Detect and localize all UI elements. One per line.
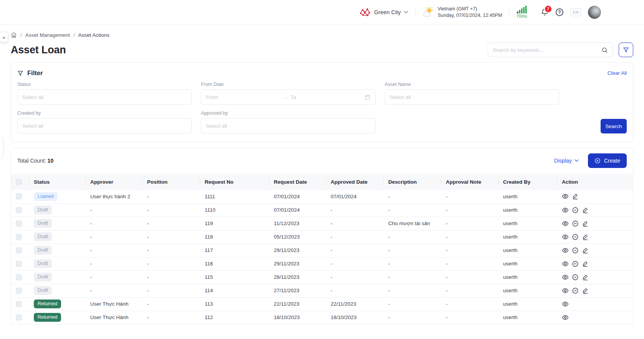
approved-by-select[interactable] — [201, 118, 375, 133]
status-badge: Draft — [34, 286, 52, 295]
remove-action-icon[interactable] — [572, 207, 579, 214]
remove-action-icon[interactable] — [572, 274, 579, 281]
edit-action-icon[interactable] — [582, 247, 589, 254]
view-action-icon[interactable] — [562, 247, 569, 254]
row-checkbox[interactable] — [16, 247, 22, 253]
column-header-created-by: Created By — [498, 174, 557, 190]
row-checkbox[interactable] — [16, 274, 22, 280]
view-action-icon[interactable] — [562, 193, 569, 200]
row-checkbox[interactable] — [16, 221, 22, 227]
cell-request-no: 119 — [200, 217, 269, 230]
asset-name-select-input[interactable] — [390, 94, 554, 100]
plus-circle-icon — [594, 158, 601, 164]
remove-action-icon[interactable] — [572, 287, 579, 294]
cell-created-by: userth — [498, 270, 557, 284]
cell-approval-note: - — [441, 230, 498, 244]
view-action-icon[interactable] — [562, 274, 569, 281]
cell-created-by: userth — [498, 244, 557, 257]
status-select[interactable] — [17, 89, 192, 105]
cell-approved-date: 22/11/2023 — [326, 297, 384, 311]
keyword-search-box — [488, 43, 613, 57]
cell-status: Returned — [29, 297, 86, 311]
column-header-approved-date: Approved Date — [326, 174, 384, 190]
language-badge[interactable]: EN — [571, 8, 581, 16]
help-button[interactable]: ? — [556, 8, 563, 16]
date-range-picker[interactable]: → — [201, 89, 375, 105]
row-checkbox[interactable] — [16, 234, 22, 240]
breadcrumb-item-asset-management[interactable]: Asset Management — [25, 32, 70, 38]
display-label: Display — [554, 158, 572, 164]
cell-request-date: 18/10/2023 — [269, 311, 326, 324]
cell-checkbox — [11, 217, 29, 230]
cell-approved-date: - — [326, 284, 384, 297]
edit-action-icon[interactable] — [582, 220, 589, 227]
cell-status: Loaned — [29, 190, 86, 203]
cell-approver: - — [86, 203, 142, 217]
status-select-input[interactable] — [22, 94, 187, 100]
created-by-select[interactable] — [17, 118, 192, 133]
view-action-icon[interactable] — [562, 207, 569, 214]
search-button[interactable]: Search — [601, 119, 627, 133]
row-checkbox[interactable] — [16, 288, 22, 294]
select-all-checkbox[interactable] — [16, 179, 22, 185]
row-checkbox[interactable] — [16, 261, 22, 267]
cell-position: - — [142, 284, 200, 297]
cell-position: - — [142, 217, 200, 230]
table-row: Draft - - 114 27/11/2023 - - - userth — [11, 284, 633, 297]
filter-panel: Filter Clear All Status From Date → — [11, 62, 633, 142]
row-checkbox[interactable] — [16, 314, 22, 321]
filter-toggle-button[interactable] — [619, 43, 633, 57]
view-action-icon[interactable] — [562, 260, 569, 267]
row-checkbox[interactable] — [16, 207, 22, 213]
remove-action-icon[interactable] — [572, 247, 579, 254]
sidebar-handle[interactable] — [0, 138, 3, 157]
display-dropdown[interactable]: Display — [554, 158, 579, 164]
search-icon[interactable] — [601, 47, 608, 53]
view-action-icon[interactable] — [562, 220, 569, 227]
edit-action-icon[interactable] — [572, 193, 579, 200]
cell-position: - — [142, 257, 200, 270]
column-header-approver: Approver — [86, 174, 142, 190]
from-date-input[interactable] — [206, 94, 280, 100]
row-checkbox[interactable] — [16, 193, 22, 199]
create-button[interactable]: Create — [588, 153, 627, 168]
table-row: Draft - - 117 29/11/2023 - - - userth — [11, 244, 633, 257]
cell-request-date: 05/12/2023 — [269, 230, 326, 244]
org-selector[interactable]: Green City — [359, 8, 408, 17]
results-section: Total Count: 10 Display Create — [11, 148, 633, 324]
table-row: Draft - - 1110 07/01/2024 - - - userth — [11, 203, 633, 217]
status-badge: Draft — [34, 206, 52, 214]
cell-actions — [557, 297, 633, 311]
cell-description: - — [384, 230, 441, 244]
keyword-search-input[interactable] — [493, 47, 601, 53]
user-avatar[interactable] — [588, 6, 601, 19]
notification-count-badge: 7 — [544, 5, 552, 13]
edit-action-icon[interactable] — [582, 260, 589, 267]
total-count-value: 10 — [48, 158, 54, 164]
cell-approver: User thực hành 2 — [86, 190, 142, 203]
view-action-icon[interactable] — [562, 301, 569, 308]
edit-action-icon[interactable] — [582, 287, 589, 294]
view-action-icon[interactable] — [562, 234, 569, 240]
to-date-input[interactable] — [291, 94, 364, 100]
cell-created-by: userth — [498, 230, 557, 244]
asset-name-select[interactable] — [385, 89, 559, 105]
approved-by-select-input[interactable] — [206, 123, 370, 129]
remove-action-icon[interactable] — [572, 234, 579, 240]
view-action-icon[interactable] — [562, 287, 569, 294]
edit-action-icon[interactable] — [582, 207, 589, 214]
remove-action-icon[interactable] — [572, 260, 579, 267]
notifications-button[interactable]: 7 — [541, 8, 549, 16]
row-checkbox[interactable] — [16, 301, 22, 307]
edit-action-icon[interactable] — [582, 234, 589, 240]
table-body: Loaned User thực hành 2 - 1111 07/01/202… — [11, 190, 633, 324]
clear-all-link[interactable]: Clear All — [608, 70, 627, 76]
view-action-icon[interactable] — [562, 314, 569, 321]
home-icon[interactable] — [11, 32, 17, 38]
edit-action-icon[interactable] — [582, 274, 589, 281]
total-count: Total Count: 10 — [17, 158, 53, 164]
breadcrumb-item-asset-actions[interactable]: Asset Actions — [78, 32, 109, 38]
created-by-select-input[interactable] — [22, 123, 187, 129]
sidebar-collapse-button[interactable]: « — [0, 32, 8, 42]
remove-action-icon[interactable] — [572, 220, 579, 227]
